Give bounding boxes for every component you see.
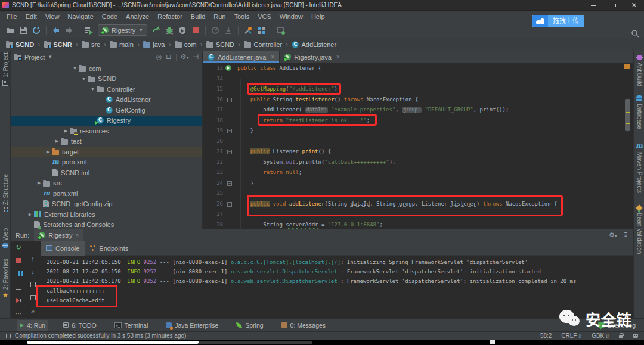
close-icon[interactable]: ×	[271, 54, 274, 60]
menu-view[interactable]: View	[41, 11, 64, 23]
tree-item-scnd[interactable]: ▼SCND	[11, 74, 202, 85]
tool-window-button-6-todo[interactable]: 6: TODO	[60, 320, 100, 331]
tree-item-scnr-iml[interactable]: SCNR.iml	[11, 167, 202, 178]
synchronize-button[interactable]	[30, 24, 42, 36]
fold-icon[interactable]: −	[227, 202, 232, 207]
sidebar-item-maven-projects[interactable]: Maven Projects	[634, 142, 644, 193]
stop-button[interactable]	[14, 257, 23, 265]
sidebar-item-bean-validation[interactable]: Bean Validation	[634, 206, 644, 254]
encoding-selector[interactable]: GBK⇵	[592, 332, 609, 339]
tree-item-pom-xml[interactable]: pom.xml	[11, 188, 202, 199]
close-icon[interactable]: ×	[76, 232, 79, 238]
menu-run[interactable]: Run	[209, 11, 230, 23]
breadcrumb-addlistener[interactable]: AddListener	[292, 41, 336, 48]
rerun-button[interactable]: ↻	[14, 244, 23, 251]
tool-window-button-terminal[interactable]: Terminal	[112, 320, 151, 331]
debug-button[interactable]	[163, 24, 175, 36]
clear-console-icon[interactable]	[29, 294, 37, 302]
sidebar-item-2-favorites[interactable]: 2: Favorites★	[0, 259, 11, 299]
menu-vcs[interactable]: VCS	[253, 11, 275, 23]
hide-panel-icon[interactable]: ⊣	[193, 53, 199, 61]
coverage-button[interactable]	[177, 24, 188, 36]
chevron-right-icon[interactable]: ▶	[62, 129, 70, 133]
close-button[interactable]	[624, 0, 644, 11]
chevron-right-icon[interactable]: ▶	[35, 181, 43, 185]
chevron-right-icon[interactable]: ▶	[26, 212, 34, 217]
scroll-to-end-icon[interactable]: ↧	[623, 231, 628, 239]
fold-icon[interactable]: −	[227, 98, 232, 102]
drag-upload-button[interactable]: 拖拽上传	[532, 15, 584, 27]
chevron-down-icon[interactable]: ▼	[89, 87, 97, 91]
gear-icon[interactable]: ⚙▾	[181, 53, 189, 61]
breadcrumb-main[interactable]: main	[110, 41, 134, 48]
back-button[interactable]	[50, 24, 62, 36]
run-configurations-icon[interactable]	[83, 24, 95, 36]
run-tab-rigestry[interactable]: Rigestry ×	[34, 229, 83, 241]
wrench-settings-icon[interactable]	[242, 24, 254, 36]
run-button[interactable]	[150, 24, 162, 36]
tree-item-src[interactable]: ▶src	[11, 178, 202, 189]
tree-item-rigestry[interactable]: Rigestry	[11, 116, 202, 126]
chevron-down-icon[interactable]: ▼	[71, 66, 79, 70]
menu-help[interactable]: Help	[307, 11, 329, 23]
tree-item-pom-xml[interactable]: pom.xml	[11, 157, 202, 168]
console-tab-console[interactable]: Console	[41, 241, 85, 256]
code-editor[interactable]: 13public class AddListener {1415 @GetMap…	[203, 63, 633, 229]
line-ending-selector[interactable]: CRLF⇵	[561, 332, 582, 339]
tool-window-button-spring[interactable]: Spring	[233, 320, 266, 331]
minimize-button[interactable]	[583, 0, 603, 11]
run-configuration-selector[interactable]: Rigestry ▼	[98, 24, 147, 36]
collapse-all-icon[interactable]: ⊟	[166, 53, 171, 61]
menu-window[interactable]: Window	[275, 11, 307, 23]
tab-rigestry-java[interactable]: Rigestry.java×	[280, 51, 345, 63]
tree-item-com[interactable]: ▼com	[11, 63, 202, 74]
breadcrumb-controller[interactable]: Controller	[244, 41, 282, 48]
project-structure-button[interactable]	[255, 24, 267, 36]
search-everywhere-icon[interactable]	[629, 27, 641, 39]
stop-button[interactable]	[190, 24, 202, 36]
maximize-button[interactable]	[603, 0, 624, 11]
expand-chevrons-icon[interactable]: »	[29, 307, 37, 315]
tree-item-scnd-getconfig-zip[interactable]: SCND_getConfig.zip	[11, 199, 202, 210]
menu-code[interactable]: Code	[98, 11, 122, 23]
sidebar-item-web[interactable]: Web	[0, 228, 11, 248]
tree-item-resources[interactable]: ▶resources	[11, 126, 202, 136]
locate-file-icon[interactable]: ◎	[156, 53, 162, 61]
gear-icon[interactable]: ⚙▾	[609, 231, 617, 239]
sidebar-item-1-project[interactable]: 1: Project	[0, 52, 11, 86]
open-file-button[interactable]	[4, 24, 16, 36]
menu-edit[interactable]: Edit	[21, 11, 41, 23]
tree-item-scratches-and-consoles[interactable]: Scratches and Consoles	[11, 220, 202, 229]
lock-icon[interactable]	[619, 335, 623, 338]
down-stack-trace-icon[interactable]: ↓	[29, 268, 37, 275]
inspections-hector-icon[interactable]	[633, 334, 638, 338]
soft-wrap-icon[interactable]	[29, 281, 37, 288]
chevron-right-icon[interactable]: ▶	[44, 150, 52, 154]
breadcrumb-com[interactable]: com	[175, 41, 197, 48]
menu-file[interactable]: File	[2, 11, 21, 23]
sidebar-item-ant-build[interactable]: Ant Build	[634, 55, 644, 86]
menu-analyze[interactable]: Analyze	[122, 11, 153, 23]
forward-button[interactable]	[63, 24, 75, 36]
breadcrumb-scnd[interactable]: SCND	[6, 41, 34, 48]
sidebar-item-database[interactable]: Database	[634, 95, 644, 129]
console-output[interactable]: 2021-08-21 12:42:05.150 INFO 9252 --- [n…	[41, 256, 633, 318]
chevron-down-icon[interactable]: ▼	[80, 77, 88, 81]
dump-threads-icon[interactable]	[14, 283, 23, 291]
fold-icon[interactable]: −	[227, 129, 232, 133]
tool-window-button-0-messages[interactable]: 0: Messages	[278, 320, 329, 331]
run-class-icon[interactable]	[225, 65, 231, 71]
status-icon[interactable]	[6, 334, 11, 338]
pause-output-button[interactable]	[14, 270, 23, 278]
tree-item-controller[interactable]: ▼Controller	[11, 84, 202, 95]
fold-icon[interactable]: −	[227, 150, 232, 154]
tab-addlistener-java[interactable]: AddListener.java×	[203, 51, 280, 63]
menu-refactor[interactable]: Refactor	[153, 11, 187, 23]
editor-scrollbar[interactable]	[625, 99, 630, 131]
tree-item-addlistener[interactable]: AddListener	[11, 95, 202, 105]
console-tab-endpoints[interactable]: Endpoints	[85, 241, 134, 256]
menu-navigate[interactable]: Navigate	[63, 11, 97, 23]
menu-tools[interactable]: Tools	[230, 11, 253, 23]
vcs-window-button[interactable]	[275, 24, 287, 36]
caret-position[interactable]: 58:2	[540, 332, 552, 339]
